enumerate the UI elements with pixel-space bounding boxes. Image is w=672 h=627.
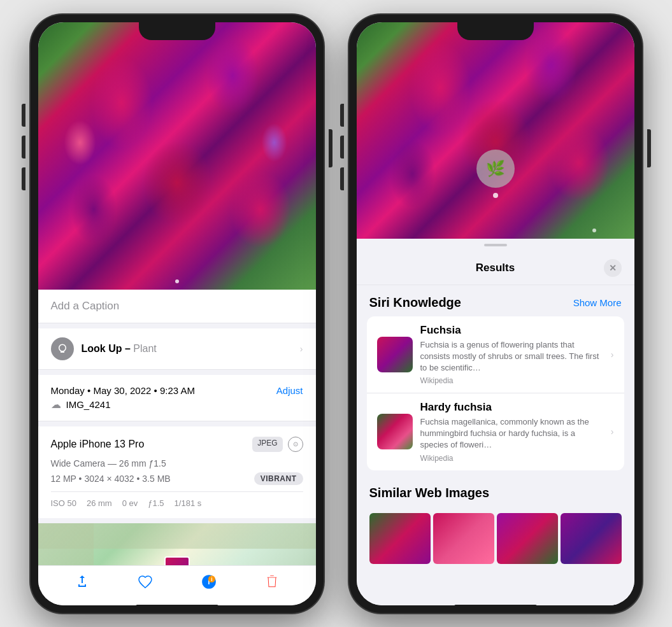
photo-area[interactable] <box>38 22 316 290</box>
format-badge: JPEG <box>252 437 282 452</box>
left-phone: Add a Caption Look Up – Plant › <box>31 15 324 613</box>
plant-icon <box>51 337 74 360</box>
badge-row: JPEG ⊙ <box>252 437 303 452</box>
notch <box>139 22 215 40</box>
info-panel[interactable]: Add a Caption Look Up – Plant › <box>38 290 316 565</box>
right-phone: Results ✕ Siri Knowledge Show More <box>349 15 642 613</box>
exif-iso: ISO 50 <box>51 498 76 508</box>
adjust-button[interactable]: Adjust <box>276 385 303 396</box>
svg-text:i: i <box>211 575 212 582</box>
similar-image-1[interactable] <box>369 513 431 564</box>
siri-knowledge-title: Siri Knowledge <box>369 295 461 310</box>
similar-image-3[interactable] <box>497 513 558 564</box>
caption-area[interactable]: Add a Caption <box>38 290 316 323</box>
similar-images-header: Similar Web Images <box>369 476 622 507</box>
results-sheet: Results ✕ Siri Knowledge Show More <box>357 239 634 605</box>
lens-text: Wide Camera — 26 mm ƒ1.5 <box>51 458 303 468</box>
right-photo-area <box>357 22 634 239</box>
siri-lookup-bubble[interactable] <box>476 150 515 188</box>
sheet-handle[interactable] <box>484 244 507 246</box>
lookup-text: Look Up – Plant <box>82 343 157 355</box>
results-title: Results <box>387 262 604 274</box>
phones-container: Add a Caption Look Up – Plant › <box>18 2 655 626</box>
similar-image-4[interactable] <box>561 513 622 564</box>
hardy-fuchsia-thumbnail <box>377 414 413 449</box>
delete-button[interactable] <box>265 574 279 589</box>
camera-info: Apple iPhone 13 Pro JPEG ⊙ Wide Camera —… <box>38 426 316 518</box>
caption-placeholder[interactable]: Add a Caption <box>51 300 120 312</box>
lookup-chevron-icon: › <box>300 344 303 354</box>
results-header: Results ✕ <box>357 249 634 285</box>
share-button[interactable] <box>75 574 90 589</box>
fuchsia-content: Fuchsia Fuchsia is a genus of flowering … <box>420 324 603 386</box>
home-indicator <box>136 605 218 608</box>
flower-photo <box>38 22 316 290</box>
right-notch <box>457 22 534 40</box>
show-more-button[interactable]: Show More <box>573 297 622 308</box>
hardy-fuchsia-source: Wikipedia <box>420 454 603 463</box>
similar-web-section: Similar Web Images <box>357 476 634 574</box>
date-text: Monday • May 30, 2022 • 9:23 AM <box>51 385 195 396</box>
hardy-fuchsia-content: Hardy fuchsia Fuchsia magellanica, commo… <box>420 401 603 463</box>
exif-row: ISO 50 26 mm 0 ev ƒ1.5 1/181 s <box>51 491 303 508</box>
hardy-fuchsia-desc: Fuchsia magellanica, commonly known as t… <box>420 416 603 451</box>
close-button[interactable]: ✕ <box>604 259 622 277</box>
photo-dot <box>175 279 179 283</box>
fuchsia-source: Wikipedia <box>420 376 603 385</box>
knowledge-item-fuchsia[interactable]: Fuchsia Fuchsia is a genus of flowering … <box>367 316 624 394</box>
lookup-row[interactable]: Look Up – Plant › <box>38 328 316 370</box>
right-home-indicator <box>454 605 537 608</box>
similar-images-row <box>369 513 622 564</box>
similar-image-2[interactable] <box>433 513 494 564</box>
hardy-fuchsia-chevron-icon: › <box>611 426 614 437</box>
fuchsia-desc: Fuchsia is a genus of flowering plants t… <box>420 339 603 374</box>
exif-ev: 0 ev <box>122 498 138 508</box>
info-button[interactable]: i i <box>201 574 217 590</box>
map-area[interactable] <box>38 523 316 565</box>
knowledge-card: Fuchsia Fuchsia is a genus of flowering … <box>367 316 624 470</box>
settings-icon[interactable]: ⊙ <box>288 437 303 452</box>
fuchsia-thumbnail <box>377 337 413 372</box>
right-flower-photo <box>357 22 634 239</box>
map-thumbnail <box>164 556 190 565</box>
left-phone-screen: Add a Caption Look Up – Plant › <box>38 22 316 605</box>
filename-text: IMG_4241 <box>66 399 111 410</box>
hardy-fuchsia-name: Hardy fuchsia <box>420 401 603 414</box>
siri-knowledge-header: Siri Knowledge Show More <box>357 285 634 316</box>
knowledge-item-hardy-fuchsia[interactable]: Hardy fuchsia Fuchsia magellanica, commo… <box>367 393 624 470</box>
mp-text: 12 MP • 3024 × 4032 • 3.5 MB <box>51 474 171 484</box>
date-row: Monday • May 30, 2022 • 9:23 AM Adjust ☁… <box>38 375 316 421</box>
fuchsia-chevron-icon: › <box>611 349 614 360</box>
camera-name: Apple iPhone 13 Pro <box>51 439 145 450</box>
favorite-button[interactable] <box>138 574 153 589</box>
bottom-toolbar: i i <box>38 565 316 605</box>
exif-aperture: ƒ1.5 <box>148 498 164 508</box>
right-phone-screen: Results ✕ Siri Knowledge Show More <box>357 22 634 605</box>
fuchsia-name: Fuchsia <box>420 324 603 337</box>
exif-focal: 26 mm <box>87 498 112 508</box>
cloud-icon: ☁ <box>51 398 61 411</box>
photo-page-dot-right <box>592 229 596 232</box>
similar-images-title: Similar Web Images <box>369 486 490 500</box>
exif-shutter: 1/181 s <box>175 498 202 508</box>
siri-dot <box>493 193 498 198</box>
vibrant-badge: VIBRANT <box>254 472 303 485</box>
